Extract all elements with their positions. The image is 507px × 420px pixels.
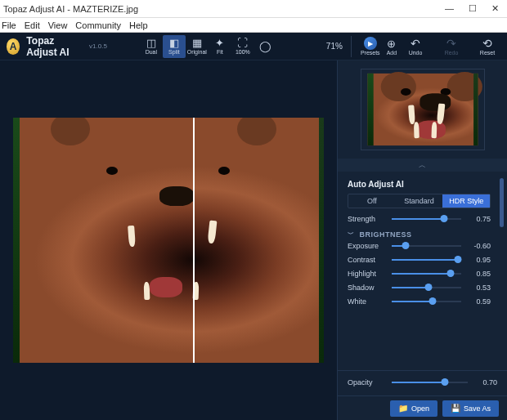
auto-adjust-title: Auto Adjust AI bbox=[348, 180, 491, 189]
add-icon: ⊕ bbox=[385, 37, 398, 50]
mode-off[interactable]: Off bbox=[348, 194, 396, 208]
strength-value: 0.75 bbox=[466, 215, 491, 223]
adjustments-panel: ︿ Auto Adjust AI Off Standard HDR Style … bbox=[337, 60, 507, 420]
split-icon: ◧ bbox=[169, 38, 179, 48]
app-logo-icon: A bbox=[7, 38, 20, 55]
panel-footer: 📁Open 💾Save As bbox=[338, 395, 507, 420]
maximize-button[interactable]: ☐ bbox=[469, 3, 477, 14]
strength-slider[interactable] bbox=[392, 218, 461, 220]
circle-icon: ◯ bbox=[259, 41, 271, 51]
view-original-button[interactable]: ▦Original bbox=[186, 35, 209, 58]
menu-bar: File Edit View Community Help bbox=[0, 18, 507, 33]
menu-view[interactable]: View bbox=[48, 20, 68, 30]
shadow-value: 0.53 bbox=[466, 284, 491, 292]
view-split-button[interactable]: ◧Split bbox=[163, 35, 186, 58]
shadow-label: Shadow bbox=[348, 284, 387, 292]
menu-file[interactable]: File bbox=[2, 20, 16, 30]
split-divider[interactable] bbox=[193, 118, 195, 363]
chevron-down-icon: ﹀ bbox=[348, 230, 355, 239]
original-icon: ▦ bbox=[192, 38, 202, 48]
opacity-value: 0.70 bbox=[473, 378, 497, 386]
app-name: Topaz Adjust AI bbox=[26, 35, 86, 58]
highlight-slider[interactable] bbox=[392, 273, 461, 275]
fit-icon: ✦ bbox=[215, 38, 224, 48]
reset-icon: ⟲ bbox=[482, 37, 492, 50]
strength-slider-row: Strength 0.75 bbox=[348, 215, 491, 223]
redo-icon: ↷ bbox=[446, 37, 456, 50]
contrast-value: 0.95 bbox=[466, 256, 491, 264]
preview-thumbnail[interactable] bbox=[361, 69, 485, 150]
highlight-label: Highlight bbox=[348, 270, 387, 278]
chevron-up-icon: ︿ bbox=[419, 160, 426, 171]
add-button[interactable]: ⊕ Add bbox=[381, 37, 402, 56]
collapse-toggle[interactable]: ︿ bbox=[338, 159, 507, 172]
menu-community[interactable]: Community bbox=[75, 20, 121, 30]
minimize-button[interactable]: — bbox=[445, 3, 454, 14]
menu-help[interactable]: Help bbox=[129, 20, 148, 30]
contrast-slider[interactable] bbox=[392, 259, 461, 261]
white-value: 0.59 bbox=[466, 297, 491, 306]
loading-indicator: ◯ bbox=[254, 35, 277, 58]
dual-icon: ◫ bbox=[146, 38, 156, 48]
redo-button[interactable]: ↷Redo bbox=[438, 37, 464, 56]
folder-icon: 📁 bbox=[398, 404, 408, 413]
zoom-level[interactable]: 71% bbox=[326, 42, 343, 51]
app-version: v1.0.5 bbox=[89, 42, 107, 50]
opacity-label: Opacity bbox=[348, 378, 387, 386]
window-titlebar: Topaz Adjust AI - MAZTERIZE.jpg — ☐ ✕ bbox=[0, 0, 507, 18]
exposure-value: -0.60 bbox=[466, 242, 491, 250]
exposure-slider[interactable] bbox=[392, 245, 461, 247]
contrast-label: Contrast bbox=[348, 256, 387, 264]
white-label: White bbox=[348, 297, 387, 306]
view-100-button[interactable]: ⛶100% bbox=[231, 35, 254, 58]
hundred-icon: ⛶ bbox=[237, 38, 248, 48]
presets-icon: ▶ bbox=[364, 37, 377, 50]
menu-edit[interactable]: Edit bbox=[25, 20, 40, 30]
preview-area bbox=[338, 60, 507, 159]
view-dual-button[interactable]: ◫Dual bbox=[140, 35, 163, 58]
exposure-label: Exposure bbox=[348, 242, 387, 250]
shadow-slider[interactable] bbox=[392, 287, 461, 288]
working-image bbox=[13, 118, 324, 363]
reset-button[interactable]: ⟲Reset bbox=[474, 37, 500, 56]
save-icon: 💾 bbox=[451, 404, 460, 413]
highlight-value: 0.85 bbox=[466, 270, 491, 278]
scrollbar-thumb[interactable] bbox=[500, 178, 504, 227]
app-toolbar: A Topaz Adjust AI v1.0.5 ◫Dual ◧Split ▦O… bbox=[0, 33, 507, 60]
undo-icon: ↶ bbox=[411, 37, 420, 50]
view-fit-button[interactable]: ✦Fit bbox=[209, 35, 231, 58]
strength-label: Strength bbox=[348, 215, 387, 223]
white-slider[interactable] bbox=[392, 301, 461, 302]
save-as-button[interactable]: 💾Save As bbox=[442, 400, 499, 417]
opacity-slider[interactable] bbox=[392, 382, 468, 383]
window-title: Topaz Adjust AI - MAZTERIZE.jpg bbox=[3, 4, 445, 14]
mode-segmented-control: Off Standard HDR Style bbox=[348, 194, 491, 208]
image-canvas[interactable] bbox=[0, 60, 337, 420]
presets-button[interactable]: ▶ Presets bbox=[360, 37, 381, 56]
undo-button[interactable]: ↶Undo bbox=[402, 37, 428, 56]
open-button[interactable]: 📁Open bbox=[390, 400, 437, 417]
brightness-group-header[interactable]: ﹀BRIGHTNESS bbox=[348, 230, 491, 239]
mode-hdr[interactable]: HDR Style bbox=[442, 194, 490, 208]
close-button[interactable]: ✕ bbox=[491, 3, 499, 14]
mode-standard[interactable]: Standard bbox=[396, 194, 443, 208]
